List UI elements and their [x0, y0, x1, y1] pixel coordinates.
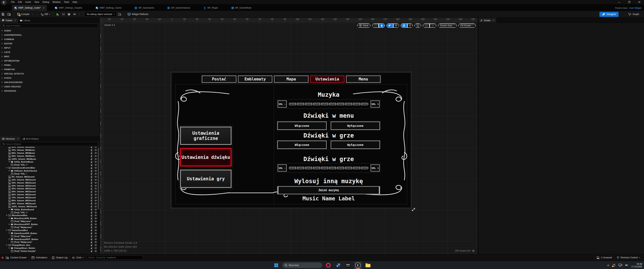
- visibility-toggle[interactable]: [94, 235, 97, 237]
- palette-category-synth[interactable]: SYNTH: [0, 76, 99, 80]
- hierarchy-row-gamesoundbox[interactable]: GameSoundBox: [0, 229, 99, 232]
- expander-icon[interactable]: [2, 47, 2, 49]
- palette-category-lists[interactable]: LISTS: [0, 50, 99, 54]
- taskbar-search[interactable]: [282, 263, 322, 268]
- hierarchy-row-text-vol[interactable]: [Text] "VOL +": [0, 211, 99, 214]
- screen-size-dropdown[interactable]: Screen Size⌄: [438, 23, 457, 28]
- sync-tray-icon[interactable]: [612, 264, 616, 267]
- expander-icon[interactable]: [2, 73, 2, 74]
- advance-button[interactable]: [72, 11, 78, 17]
- hierarchy-row-80-volume-imgmusic[interactable]: 80%_Volume_IMGMusic: [0, 152, 99, 155]
- hierarchy-row-text-zmie-muzyk[interactable]: [Text] "Zmień muzykę": [0, 250, 99, 253]
- palette-category-panel[interactable]: PANEL: [0, 63, 99, 67]
- design-button-ustawienia-gry[interactable]: Ustawienia gry: [180, 170, 232, 188]
- design-tab-menu[interactable]: Menu: [346, 76, 380, 83]
- visibility-toggle[interactable]: [94, 155, 97, 157]
- visibility-toggle[interactable]: [94, 173, 97, 175]
- expander-icon[interactable]: [2, 43, 2, 44]
- lock-toggle[interactable]: [91, 202, 93, 205]
- visibility-toggle[interactable]: [94, 170, 97, 172]
- lock-toggle[interactable]: [91, 179, 93, 181]
- menu-file[interactable]: File: [9, 0, 16, 4]
- expander-icon[interactable]: [2, 51, 2, 53]
- unsaved-status[interactable]: 1 Unsaved: [594, 254, 614, 261]
- lock-toggle[interactable]: [91, 158, 93, 160]
- designer-mode-button[interactable]: Designer: [600, 12, 618, 17]
- expander-icon[interactable]: [6, 167, 8, 168]
- music-vol-up-button[interactable]: VOL +: [370, 100, 380, 108]
- visibility-toggle[interactable]: [94, 179, 97, 181]
- hierarchy-row-40-volume-imgsound[interactable]: 40%_Volume_IMGSound: [0, 187, 99, 190]
- expander-icon[interactable]: [8, 209, 10, 210]
- lock-toggle[interactable]: [91, 196, 93, 199]
- lock-toggle[interactable]: [91, 187, 93, 190]
- expander-icon[interactable]: [2, 38, 2, 40]
- gear-icon[interactable]: [472, 250, 475, 252]
- visibility-toggle[interactable]: [94, 197, 97, 199]
- content-drawer-button[interactable]: Content Drawer: [4, 254, 29, 261]
- design-button-ustawienia-d-wi-ku[interactable]: Ustawienia dźwięku: [180, 148, 232, 166]
- hierarchy-row-10-volume-imgsound[interactable]: 10%_Volume_IMGSound: [0, 178, 99, 181]
- hierarchy-row-voldown-buttonsound[interactable]: VolDown_ButtonSound: [0, 169, 99, 172]
- hierarchy-row-70-volume-imgmusic[interactable]: 70%_Volume_IMGMusic: [0, 149, 99, 152]
- lock-toggle[interactable]: [91, 173, 93, 175]
- palette-category-uncategorized[interactable]: UNCATEGORIZED: [0, 80, 99, 84]
- expander-icon[interactable]: [8, 248, 10, 249]
- lock-toggle[interactable]: [91, 199, 93, 202]
- visibility-toggle[interactable]: [94, 158, 97, 160]
- expander-icon[interactable]: [2, 86, 2, 87]
- menu-window[interactable]: Window: [51, 0, 62, 4]
- hierarchy-row-text-wy-czone[interactable]: [Text] "Wyłączone": [0, 241, 99, 244]
- lock-toggle[interactable]: [91, 170, 93, 172]
- widget-resize-handle[interactable]: [412, 208, 415, 211]
- hierarchy-row-gamesoundon-button[interactable]: GameSoundON_Button: [0, 232, 99, 235]
- lock-toggle[interactable]: [91, 223, 93, 226]
- expander-icon[interactable]: [8, 218, 10, 219]
- visibility-toggle[interactable]: [94, 176, 97, 178]
- r-toggle[interactable]: R: [393, 23, 399, 28]
- asset-tab-wbp-settings-game[interactable]: WBP_Settings_Game: [93, 5, 124, 11]
- lock-toggle[interactable]: [91, 247, 93, 249]
- visibility-toggle[interactable]: [94, 232, 97, 234]
- close-button[interactable]: [638, 1, 641, 3]
- diff-dropdown[interactable]: Diff▾: [39, 11, 51, 17]
- play-button[interactable]: [54, 11, 61, 17]
- hierarchy-row-changemusic-box[interactable]: ChangeMusic_Box: [0, 244, 99, 247]
- visibility-toggle[interactable]: [94, 147, 97, 148]
- lock-toggle[interactable]: [91, 244, 93, 246]
- visibility-toggle[interactable]: [94, 182, 97, 184]
- respect-locks-toggle[interactable]: [386, 23, 393, 28]
- lock-widgets-toggle[interactable]: [379, 23, 385, 28]
- debug-browse-button[interactable]: [116, 11, 123, 17]
- palette-category-optimization[interactable]: OPTIMIZATION: [0, 58, 99, 63]
- palette-category-misc[interactable]: MISC: [0, 54, 99, 58]
- design-button-ustawienia-graficzne[interactable]: Ustawienia graficzne: [180, 127, 232, 145]
- grid-snap-toggle[interactable]: [401, 23, 407, 28]
- lock-toggle[interactable]: [91, 238, 93, 240]
- visibility-toggle[interactable]: [94, 212, 97, 214]
- hierarchy-row-70-volume-imgsound[interactable]: 70%_Volume_IMGSound: [0, 196, 99, 199]
- lock-toggle[interactable]: [91, 211, 93, 214]
- visibility-toggle[interactable]: [94, 223, 97, 225]
- hierarchy-row-text-vol[interactable]: [Text] "VOL -": [0, 172, 99, 175]
- palette-search-input[interactable]: [6, 24, 97, 27]
- network-tray-icon[interactable]: [618, 264, 622, 267]
- tray-chevron-icon[interactable]: [607, 264, 610, 266]
- lock-toggle[interactable]: [91, 232, 93, 234]
- lock-toggle[interactable]: [91, 241, 93, 243]
- expander-icon[interactable]: [2, 64, 2, 66]
- hierarchy-row-30-volume-imgsound[interactable]: 30%_Volume_IMGSound: [0, 184, 99, 187]
- visibility-toggle[interactable]: [94, 191, 97, 193]
- visibility-toggle[interactable]: [94, 220, 97, 222]
- tab-library[interactable]: Library: [18, 18, 32, 23]
- visibility-toggle[interactable]: [94, 244, 97, 246]
- cmd-dropdown[interactable]: Cmd▾: [70, 254, 86, 261]
- widget-reflector-button[interactable]: Widget Reflector: [126, 11, 150, 17]
- lock-toggle[interactable]: [91, 149, 93, 151]
- lock-toggle[interactable]: [91, 217, 93, 220]
- hierarchy-search-input[interactable]: [6, 143, 97, 145]
- lock-toggle[interactable]: [91, 208, 93, 211]
- hierarchy-row-gamesoundcontrolbox[interactable]: GameSoundControlBox: [0, 166, 99, 169]
- widget-root-canvas[interactable]: PostaćEmblematyMapaUstawieniaMenu Ustawi…: [172, 73, 410, 207]
- hierarchy-row-changemusic-button[interactable]: ChangeMusic_Button: [0, 247, 99, 250]
